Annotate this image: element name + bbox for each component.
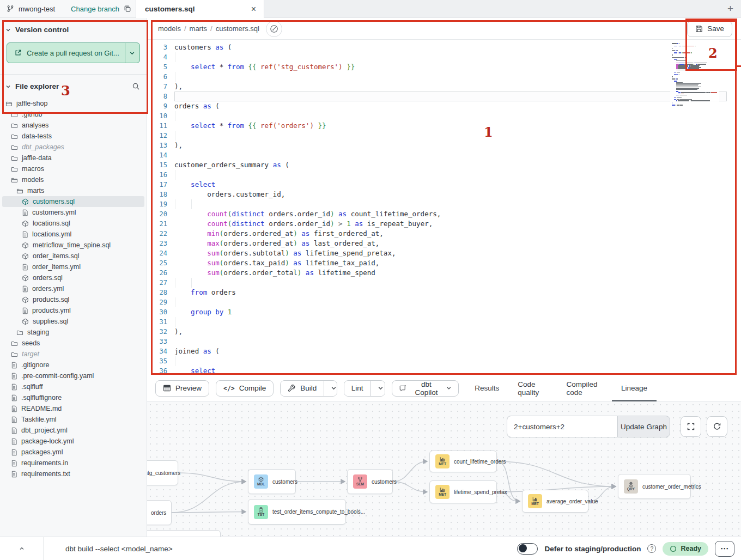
tree-item-seeds[interactable]: seeds — [2, 338, 144, 349]
tree-item--sqlfluffignore[interactable]: .sqlfluffignore — [2, 392, 144, 403]
lineage-node-count_lifetime_orders[interactable]: METcount_lifetime_orders — [429, 451, 497, 472]
code-line-24[interactable]: 24 sum(orders.subtotal) as lifetime_spen… — [147, 248, 741, 258]
tree-item-requirements-in[interactable]: requirements.in — [2, 458, 144, 468]
tree-item-staging[interactable]: staging — [2, 327, 144, 338]
tree-item-customers-sql[interactable]: customers.sql — [2, 196, 144, 207]
file-explorer-header[interactable]: File explorer — [0, 75, 147, 95]
code-editor[interactable]: 23customers as (45 select * from {{ ref(… — [147, 40, 741, 375]
tree-item-orders-sql[interactable]: orders.sql — [2, 272, 144, 283]
dbt-copilot-button[interactable]: dbt Copilot — [392, 380, 459, 397]
help-icon[interactable]: ? — [647, 544, 656, 553]
code-line-32[interactable]: 32), — [147, 327, 741, 337]
code-line-20[interactable]: 20 count(distinct orders.order_id) as co… — [147, 209, 741, 219]
code-line-31[interactable]: 31 — [147, 317, 741, 327]
tab-close-icon[interactable]: × — [250, 4, 257, 14]
code-line-6[interactable]: 6 — [147, 72, 741, 82]
lineage-node-average_order_value[interactable]: METaverage_order_value — [522, 490, 588, 513]
cli-command-text[interactable]: dbt build --select <model_name> — [65, 545, 173, 553]
code-line-25[interactable]: 25 sum(orders.tax_paid) as lifetime_tax_… — [147, 258, 741, 268]
tree-item-locations-yml[interactable]: locations.yml — [2, 229, 144, 240]
lineage-node-customer_order_metrics[interactable]: QRYcustomer_order_metrics — [618, 474, 691, 499]
code-line-27[interactable]: 27 — [147, 278, 741, 288]
fullscreen-button[interactable] — [681, 416, 701, 437]
tree-item-order-items-yml[interactable]: order_items.yml — [2, 261, 144, 272]
editor-minimap[interactable] — [670, 41, 719, 107]
code-line-36[interactable]: 36 select — [147, 366, 741, 375]
save-button[interactable]: Save — [687, 21, 732, 37]
view-docs-button[interactable] — [266, 21, 282, 37]
code-line-13[interactable]: 13), — [147, 141, 741, 150]
tree-item-data-tests[interactable]: data-tests — [2, 131, 144, 142]
lineage-node-customers_semantic[interactable]: SEMcustomers — [347, 469, 393, 494]
tree-item-jaffle-data[interactable]: jaffle-data — [2, 153, 144, 163]
code-line-3[interactable]: 3customers as ( — [147, 42, 741, 52]
tree-item-order-items-sql[interactable]: order_items.sql — [2, 251, 144, 261]
code-line-14[interactable]: 14 — [147, 150, 741, 160]
lineage-node-partial_node[interactable] — [147, 530, 221, 537]
panel-tab-lineage[interactable]: Lineage — [612, 375, 657, 401]
code-line-30[interactable]: 30 group by 1 — [147, 307, 741, 317]
collapse-panel-button[interactable] — [0, 537, 44, 560]
code-line-7[interactable]: 7), — [147, 82, 741, 92]
tree-item-taskfile-yml[interactable]: Taskfile.yml — [2, 414, 144, 425]
change-branch-link[interactable]: Change branch — [71, 5, 119, 13]
code-line-26[interactable]: 26 sum(orders.order_total) as lifetime_s… — [147, 268, 741, 278]
compile-button[interactable]: </> Compile — [216, 380, 274, 397]
tree-item-orders-yml[interactable]: orders.yml — [2, 283, 144, 294]
tree-item-models[interactable]: models — [2, 174, 144, 185]
code-line-16[interactable]: 16 — [147, 170, 741, 180]
create-pr-dropdown[interactable] — [125, 43, 139, 63]
tab-customers-sql[interactable]: customers.sql × — [136, 0, 264, 18]
code-line-9[interactable]: 9orders as ( — [147, 101, 741, 111]
panel-tab-results[interactable]: Results — [465, 375, 508, 401]
code-line-12[interactable]: 12 — [147, 131, 741, 141]
code-line-11[interactable]: 11 select * from {{ ref('orders') }} — [147, 121, 741, 131]
lineage-selector-input[interactable] — [507, 416, 617, 437]
tree-item-supplies-sql[interactable]: supplies.sql — [2, 316, 144, 327]
tree-item--sqlfluff[interactable]: .sqlfluff — [2, 381, 144, 392]
tree-item-customers-yml[interactable]: customers.yml — [2, 207, 144, 218]
lineage-node-customers_model[interactable]: MDLcustomers — [248, 469, 296, 494]
code-line-15[interactable]: 15customer_orders_summary as ( — [147, 160, 741, 170]
tree-item-locations-sql[interactable]: locations.sql — [2, 218, 144, 229]
tree-item-readme-md[interactable]: README.md — [2, 403, 144, 414]
tree-item--pre-commit-config-yaml[interactable]: .pre-commit-config.yaml — [2, 370, 144, 381]
create-pr-main[interactable]: Create a pull request on Git... — [7, 43, 125, 63]
breadcrumb-segment[interactable]: marts — [190, 25, 208, 33]
defer-toggle[interactable] — [517, 543, 538, 555]
copy-icon[interactable] — [124, 5, 131, 13]
breadcrumb-segment[interactable]: customers.sql — [216, 25, 259, 33]
new-tab-button[interactable]: + — [727, 3, 733, 15]
code-line-21[interactable]: 21 count(distinct orders.order_id) > 1 a… — [147, 219, 741, 229]
version-control-header[interactable]: Version control — [0, 18, 147, 38]
lineage-panel[interactable]: MDLstg_customersMDLordersMDLcustomersTST… — [147, 401, 741, 537]
lineage-node-stg_customers[interactable]: MDLstg_customers — [147, 460, 178, 485]
tree-item-products-sql[interactable]: products.sql — [2, 294, 144, 305]
more-options-button[interactable]: ⋯ — [715, 541, 734, 557]
code-line-28[interactable]: 28 from orders — [147, 288, 741, 297]
code-line-8[interactable]: 8 — [147, 92, 741, 101]
build-dropdown[interactable] — [324, 381, 337, 396]
code-line-34[interactable]: 34joined as ( — [147, 346, 741, 356]
panel-tab-compiled-code[interactable]: Compiled code — [557, 375, 612, 401]
lint-dropdown[interactable] — [370, 381, 386, 396]
tree-item-package-lock-yml[interactable]: package-lock.yml — [2, 436, 144, 447]
tree-item-macros[interactable]: macros — [2, 163, 144, 174]
lint-button[interactable]: Lint — [344, 381, 370, 396]
code-line-10[interactable]: 10 — [147, 111, 741, 121]
lineage-node-lifetime_spend_pretax[interactable]: METlifetime_spend_pretax — [429, 480, 497, 503]
code-line-17[interactable]: 17 select — [147, 180, 741, 190]
code-line-5[interactable]: 5 select * from {{ ref('stg_customers') … — [147, 62, 741, 72]
tree-item-metricflow-time-spine-sql[interactable]: metricflow_time_spine.sql — [2, 240, 144, 251]
tree-item-packages-yml[interactable]: packages.yml — [2, 447, 144, 458]
preview-button[interactable]: Preview — [155, 380, 209, 397]
tree-item-requirements-txt[interactable]: requirements.txt — [2, 468, 144, 479]
tree-item-analyses[interactable]: analyses — [2, 120, 144, 131]
update-graph-button[interactable]: Update Graph — [617, 416, 670, 437]
search-icon[interactable] — [132, 82, 140, 90]
code-line-29[interactable]: 29 — [147, 297, 741, 307]
create-pr-button[interactable]: Create a pull request on Git... — [7, 42, 140, 63]
code-line-18[interactable]: 18 orders.customer_id, — [147, 190, 741, 199]
tree-item-products-yml[interactable]: products.yml — [2, 305, 144, 316]
lineage-node-test_order_items[interactable]: TSTtest_order_items_compute_to_bools... — [248, 499, 346, 525]
